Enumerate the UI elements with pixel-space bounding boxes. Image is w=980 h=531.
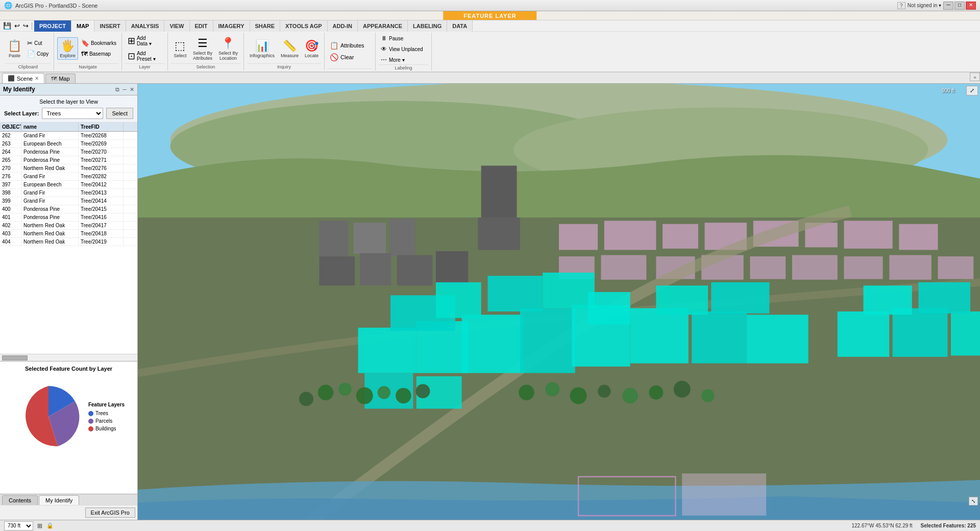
my-identify-tab[interactable]: My Identify: [39, 495, 79, 505]
tab-imagery[interactable]: IMAGERY: [213, 20, 250, 32]
select-layer-btn[interactable]: Select: [106, 108, 133, 119]
map-navigation-btn[interactable]: ⤡: [969, 497, 978, 505]
svg-rect-24: [354, 223, 386, 254]
svg-rect-39: [487, 276, 543, 311]
table-row[interactable]: 402 Northern Red Oak Tree/20417: [0, 222, 137, 230]
select-button[interactable]: ⬚ Select: [171, 37, 189, 60]
tab-analysis[interactable]: ANALYSIS: [126, 20, 165, 32]
tab-edit[interactable]: EDIT: [190, 20, 213, 32]
close-btn[interactable]: ✕: [966, 2, 976, 10]
panel-float-btn[interactable]: ⧉: [115, 86, 119, 93]
table-rows: 262 Grand Fir Tree/20268 263 European Be…: [0, 132, 137, 354]
tab-labeling[interactable]: LABELING: [408, 20, 447, 32]
undo-icon[interactable]: ↩: [13, 22, 21, 30]
svg-point-67: [674, 381, 691, 398]
redo-icon[interactable]: ↪: [22, 22, 30, 30]
cell-treefid: Tree/20419: [79, 238, 124, 246]
select-by-location-button[interactable]: 📍 Select ByLocation: [216, 35, 240, 62]
svg-rect-28: [319, 256, 355, 285]
tab-share[interactable]: SHARE: [250, 20, 281, 32]
map-tab[interactable]: 🗺 Map: [45, 74, 75, 83]
exit-button-container: Exit ArcGIS Pro: [0, 505, 137, 520]
table-row[interactable]: 265 Ponderosa Pine Tree/20271: [0, 156, 137, 164]
view-unplaced-button[interactable]: 👁View Unplaced: [379, 44, 428, 54]
add-preset-button[interactable]: ⊡AddPreset ▾: [125, 49, 158, 63]
table-row[interactable]: 404 Northern Red Oak Tree/20419: [0, 238, 137, 246]
ribbon-group-clipboard: 📋 Paste ✂Cut 📄Copy Clipboard: [2, 33, 54, 70]
clear-button[interactable]: 🚫 Clear: [328, 52, 372, 62]
left-panel: My Identify ⧉ ─ ✕ Select the layer to Vi…: [0, 84, 138, 520]
select-by-attributes-button[interactable]: ☰ Select ByAttributes: [190, 35, 215, 62]
tab-view[interactable]: VIEW: [164, 20, 189, 32]
table-row[interactable]: 400 Ponderosa Pine Tree/20415: [0, 205, 137, 213]
tab-xtools[interactable]: XTOOLS AGP: [280, 20, 328, 32]
map-viewport[interactable]: ⤢ ⤡ 900 ft: [138, 84, 980, 520]
svg-rect-51: [588, 292, 630, 324]
svg-rect-50: [918, 282, 970, 313]
scale-select[interactable]: 730 ft 1000 ft 0.5 mi: [4, 521, 33, 530]
table-row[interactable]: 263 European Beech Tree/20269: [0, 140, 137, 148]
tab-insert[interactable]: INSERT: [94, 20, 126, 32]
add-data-button[interactable]: ⊞AddData ▾: [125, 34, 158, 48]
table-row[interactable]: 276 Grand Fir Tree/20282: [0, 173, 137, 181]
measure-button[interactable]: 📏 Measure: [278, 37, 301, 60]
cell-name: Grand Fir: [21, 173, 79, 180]
locate-button[interactable]: 🎯 Locate: [302, 37, 321, 60]
svg-rect-41: [630, 308, 689, 364]
scale-lock[interactable]: 🔒: [46, 522, 54, 529]
table-row[interactable]: 401 Ponderosa Pine Tree/20416: [0, 213, 137, 222]
panel-minimize-btn[interactable]: ─: [122, 86, 127, 93]
pause-button[interactable]: ⏸Pause: [379, 34, 428, 43]
exit-arcgis-pro-btn[interactable]: Exit ArcGIS Pro: [85, 508, 135, 518]
scale-tools[interactable]: ⊞: [37, 522, 42, 529]
map-expand-btn[interactable]: ⤢: [966, 86, 978, 95]
cell-treefid: Tree/20412: [79, 181, 124, 188]
maximize-btn[interactable]: □: [954, 2, 965, 10]
scene-tab-close[interactable]: ✕: [35, 76, 39, 81]
bookmarks-button[interactable]: 🔖Bookmarks: [79, 38, 118, 48]
tab-project[interactable]: PROJECT: [34, 20, 71, 32]
tab-map[interactable]: MAP: [71, 20, 94, 32]
tab-appearance[interactable]: APPEARANCE: [358, 20, 408, 32]
tab-expand-btn[interactable]: ⬦: [970, 73, 980, 81]
table-row[interactable]: 262 Grand Fir Tree/20268: [0, 132, 137, 140]
layer-dropdown[interactable]: Trees Parcels Buildings: [42, 108, 103, 119]
svg-rect-22: [938, 256, 974, 279]
legend-title: Feature Layers: [88, 402, 125, 407]
ribbon-group-layer: ⊞AddData ▾ ⊡AddPreset ▾ Layer: [122, 33, 168, 70]
paste-button[interactable]: 📋 Paste: [5, 37, 24, 60]
table-hscroll[interactable]: [0, 354, 137, 361]
infographics-button[interactable]: 📊 Infographics: [247, 37, 277, 60]
not-signed-in[interactable]: Not signed in ▾: [908, 3, 941, 8]
table-row[interactable]: 264 Ponderosa Pine Tree/20270: [0, 148, 137, 156]
svg-rect-46: [838, 311, 890, 357]
tab-data[interactable]: DATA: [447, 20, 473, 32]
help-btn[interactable]: ?: [897, 2, 905, 9]
copy-button[interactable]: 📄Copy: [25, 49, 51, 59]
explore-button[interactable]: 🖐 Explore: [57, 37, 78, 60]
svg-point-65: [622, 388, 638, 403]
basemap-button[interactable]: 🗺Basemap: [79, 49, 118, 59]
scene-tab[interactable]: ⬛ Scene ✕: [2, 73, 44, 83]
cell-treefid: Tree/20269: [79, 140, 124, 148]
cell-oid: 276: [0, 173, 21, 180]
svg-rect-13: [899, 224, 938, 250]
map-tab-icon: 🗺: [51, 76, 57, 82]
table-row[interactable]: 270 Northern Red Oak Tree/20276: [0, 164, 137, 173]
more-button[interactable]: ⋯More ▾: [379, 55, 428, 64]
cell-treefid: Tree/20414: [79, 197, 124, 205]
table-row[interactable]: 403 Northern Red Oak Tree/20418: [0, 230, 137, 238]
attributes-button[interactable]: 📋 Attributes: [328, 40, 372, 51]
table-row[interactable]: 399 Grand Fir Tree/20414: [0, 197, 137, 205]
tab-addin[interactable]: ADD-IN: [328, 20, 358, 32]
panel-close-btn[interactable]: ✕: [130, 86, 134, 93]
cut-button[interactable]: ✂Cut: [25, 38, 51, 48]
svg-rect-23: [319, 221, 348, 256]
tab-bar: ⬛ Scene ✕ 🗺 Map ⬦: [0, 73, 980, 84]
minimize-btn[interactable]: ─: [943, 2, 953, 10]
table-row[interactable]: 398 Grand Fir Tree/20413: [0, 189, 137, 197]
svg-rect-25: [389, 219, 415, 257]
contents-tab[interactable]: Contents: [2, 495, 38, 505]
save-icon[interactable]: 💾: [2, 22, 12, 30]
table-row[interactable]: 397 European Beech Tree/20412: [0, 181, 137, 189]
